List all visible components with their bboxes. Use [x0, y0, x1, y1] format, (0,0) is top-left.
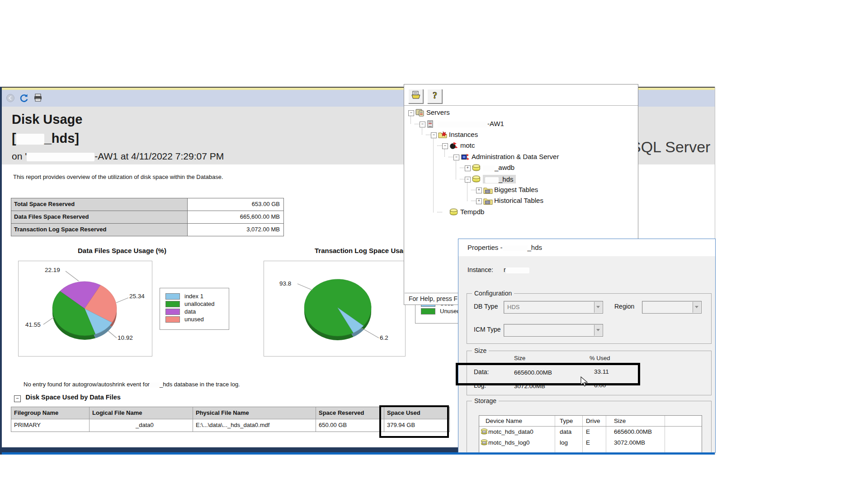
legend-swatch-icon: [165, 309, 180, 315]
collapse-icon[interactable]: −: [465, 177, 471, 183]
files-cell: 650.00 GB: [316, 419, 384, 432]
tree-item-awdb[interactable]: _awdb: [483, 164, 514, 171]
tree-item-hds[interactable]: _hds: [483, 175, 516, 183]
tempdb-icon: [449, 208, 458, 217]
historical-tables-icon: [483, 197, 493, 206]
callout-line: [297, 284, 312, 290]
tree-item-instances[interactable]: Instances: [449, 131, 478, 138]
db-name: _hds]: [44, 131, 79, 145]
instance-value: r: [504, 266, 529, 273]
storage-header-cell: Type: [560, 418, 573, 424]
report-title: Disk Usage: [12, 112, 82, 127]
tree-connector: [437, 145, 442, 146]
legend-label: unallocated: [184, 300, 215, 307]
used-col-header: % Used: [590, 355, 610, 361]
biggest-tables-icon: [483, 186, 493, 196]
callout-line: [362, 328, 379, 338]
summary-table: Total Space Reserved653.00 GBData Files …: [11, 198, 284, 236]
collapse-icon[interactable]: −: [431, 132, 437, 138]
legend-swatch-icon: [165, 316, 180, 323]
tree-print-icon: [411, 91, 421, 102]
legend-item: index 1: [160, 292, 229, 300]
db-type-dropdown-icon[interactable]: [594, 302, 602, 313]
tree-item-motc[interactable]: motc: [460, 141, 475, 149]
collapse-icon[interactable]: −: [420, 122, 425, 127]
collapse-icon[interactable]: −: [408, 110, 414, 116]
tree-connector: [433, 137, 434, 212]
storage-header-cell: Size: [614, 418, 626, 424]
print-icon[interactable]: [33, 94, 42, 104]
instance-value-text: r: [504, 266, 506, 273]
subtitle-prefix: on ': [12, 151, 27, 161]
storage-cell: E: [586, 439, 590, 446]
legend-item: data: [160, 308, 229, 315]
tree-help-button[interactable]: ?: [427, 89, 442, 103]
storage-cell: 665600.00MB: [614, 428, 652, 435]
collapse-icon[interactable]: −: [453, 155, 459, 160]
tree-item-tempdb[interactable]: Tempdb: [460, 208, 484, 216]
icm-type-dropdown-icon[interactable]: [594, 325, 602, 336]
tree-item-historical-tables[interactable]: Historical Tables: [494, 197, 543, 204]
region-dropdown-icon[interactable]: [693, 302, 701, 313]
files-cell: PRIMARY: [11, 419, 89, 432]
tree-item-label: Biggest Tables: [494, 186, 538, 193]
pie-value-label: 41.55: [25, 321, 41, 328]
legend-swatch-icon: [165, 293, 180, 300]
dialog-titlebar[interactable]: Properties -_hds: [458, 239, 715, 256]
summary-row-value: 3,072.00 MB: [187, 224, 283, 236]
aw1-icon: [427, 120, 434, 130]
files-header-cell: Physical File Name: [193, 407, 316, 419]
summary-row: Data Files Space Reserved665,600.00 MB: [11, 211, 283, 223]
storage-col-separator: [555, 416, 555, 453]
refresh-icon[interactable]: [19, 93, 29, 105]
database-device-icon: [481, 439, 488, 447]
data-files-chart-box: 22.1925.3410.9241.55: [18, 261, 152, 357]
tree-item-administration-data-server[interactable]: Administration & Data Server: [472, 153, 559, 160]
db-type-select[interactable]: HDS: [504, 301, 603, 314]
icm-type-select[interactable]: [504, 324, 603, 337]
help-icon: ?: [430, 90, 439, 103]
collapse-icon[interactable]: −: [14, 395, 21, 402]
note-suffix: _hds database in the trace log.: [160, 381, 240, 388]
size-label: Size: [472, 347, 489, 354]
legend-label: Unused: [440, 308, 460, 314]
expand-icon[interactable]: +: [465, 165, 471, 171]
tree-item-label: -AW1: [487, 120, 504, 127]
autogrow-note: No entry found for autogrow/autoshrink e…: [24, 381, 240, 388]
storage-cell: motc_hds_data0: [488, 428, 533, 435]
summary-row-label: Data Files Space Reserved: [11, 211, 187, 223]
tree-connector: [410, 115, 411, 124]
tree-connector: [426, 135, 431, 135]
back-icon[interactable]: [6, 94, 15, 104]
storage-cell: log: [560, 439, 568, 446]
storage-cell: E: [586, 428, 590, 435]
report-left-border: [0, 87, 2, 455]
expand-icon[interactable]: +: [476, 198, 482, 204]
summary-row: Total Space Reserved653.00 GB: [11, 198, 283, 211]
hds-icon: [472, 175, 481, 184]
tree-item-biggest-tables[interactable]: Biggest Tables: [494, 186, 538, 193]
motc-icon: [449, 142, 458, 151]
legend-label: data: [184, 308, 196, 315]
tree-connector: [471, 190, 476, 190]
note-prefix: No entry found for autogrow/autoshrink e…: [24, 381, 150, 388]
properties-dialog: Properties -_hds Instance: r Configurati…: [458, 239, 716, 453]
tree-item-aw1[interactable]: -AW1: [438, 120, 504, 127]
files-section-header: − Disk Space Used by Data Files: [14, 393, 121, 402]
tree-item-servers[interactable]: Servers: [426, 108, 450, 116]
dialog-title-name: _hds: [528, 244, 542, 251]
db-type-value: HDS: [507, 304, 519, 310]
tree-connector: [444, 148, 445, 157]
tree-print-button[interactable]: [408, 89, 423, 103]
summary-row-value: 653.00 GB: [187, 198, 283, 211]
region-select[interactable]: [642, 301, 702, 314]
report-db-line: [_hds]: [12, 131, 79, 146]
collapse-icon[interactable]: −: [442, 143, 448, 149]
files-header-cell: Logical File Name: [89, 407, 193, 419]
tree-item-label: _awdb: [495, 164, 514, 171]
pie-value-label: 25.34: [129, 293, 145, 300]
status-text: For Help, press F: [409, 295, 458, 302]
configuration-label: Configuration: [472, 290, 514, 297]
callout-line: [43, 317, 54, 324]
expand-icon[interactable]: +: [476, 188, 482, 193]
